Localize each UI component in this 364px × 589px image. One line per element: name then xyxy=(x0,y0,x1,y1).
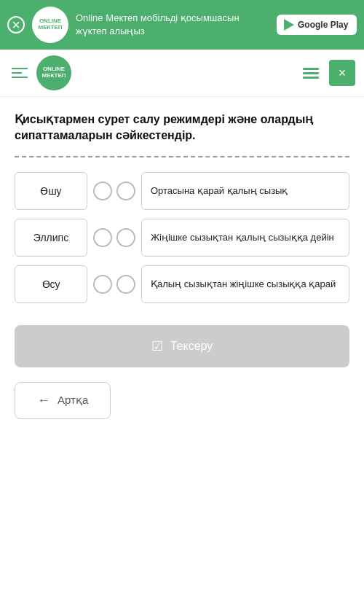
back-arrow-icon: ← xyxy=(37,393,50,408)
match-left-2: Эллипс xyxy=(15,219,87,257)
circle-left-1[interactable] xyxy=(93,182,112,200)
circle-left-2[interactable] xyxy=(93,228,112,247)
match-left-3: Өсу xyxy=(15,265,87,303)
match-row: Өсу Қалың сызықтан жіңішке сызыққа қарай xyxy=(15,265,349,303)
match-right-3: Қалың сызықтан жіңішке сызыққа қарай xyxy=(141,265,349,303)
google-play-button[interactable]: Google Play xyxy=(277,15,357,35)
circle-right-1[interactable] xyxy=(116,182,135,200)
match-row: Өшу Ортасына қарай қалың сызық xyxy=(15,172,349,210)
header-close-button[interactable]: × xyxy=(329,60,355,86)
match-left-1: Өшу xyxy=(15,172,87,210)
menu-line-1 xyxy=(12,68,28,69)
banner-text: Online Мектеп мобільді қосымшасын жүктеп… xyxy=(76,12,269,38)
header-logo: ONLINEМЕКТЕП xyxy=(36,55,71,90)
menu-button[interactable] xyxy=(9,65,31,81)
list-bar-3 xyxy=(303,77,319,79)
gplay-label: Google Play xyxy=(298,20,348,30)
main-content: Қисықтармен сурет салу режимдері және ол… xyxy=(0,97,364,434)
match-container: Өшу Ортасына қарай қалың сызық Эллипс Жі… xyxy=(15,172,349,303)
circle-right-2[interactable] xyxy=(116,228,135,247)
divider xyxy=(15,156,349,157)
back-button[interactable]: ← Артқа xyxy=(15,382,111,419)
play-icon xyxy=(284,19,294,31)
question-title: Қисықтармен сурет салу режимдері және ол… xyxy=(15,112,349,144)
list-bar-1 xyxy=(303,68,319,70)
check-label: Тексеру xyxy=(170,340,213,353)
match-right-1: Ортасына қарай қалың сызық xyxy=(141,172,349,210)
match-circles-1 xyxy=(93,182,135,200)
list-bar-2 xyxy=(303,72,319,74)
check-icon: ☑ xyxy=(151,338,163,354)
list-view-button[interactable] xyxy=(300,65,322,82)
back-label: Артқа xyxy=(58,394,88,407)
circle-right-3[interactable] xyxy=(116,275,135,294)
match-right-2: Жіңішке сызықтан қалың сызыққа дейін xyxy=(141,219,349,257)
banner-logo: ONLINEМЕКТЕП xyxy=(32,7,68,43)
match-row: Эллипс Жіңішке сызықтан қалың сызыққа де… xyxy=(15,219,349,257)
header: ONLINEМЕКТЕП × xyxy=(0,50,364,97)
match-circles-3 xyxy=(93,275,135,294)
circle-left-3[interactable] xyxy=(93,275,112,294)
app-banner: × ONLINEМЕКТЕП Online Мектеп мобільді қо… xyxy=(0,0,364,50)
check-button[interactable]: ☑ Тексеру xyxy=(15,325,349,367)
menu-line-3 xyxy=(12,77,28,78)
match-circles-2 xyxy=(93,228,135,247)
menu-line-2 xyxy=(12,72,22,74)
banner-close-button[interactable]: × xyxy=(7,16,25,34)
